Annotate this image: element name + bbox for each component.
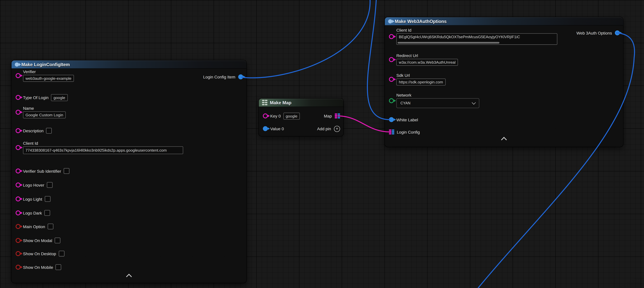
show-on-desktop-checkbox[interactable] — [59, 251, 64, 256]
map-output-label: Map — [324, 114, 332, 118]
key-0-input[interactable]: google — [283, 112, 300, 119]
type-of-login-pin[interactable] — [16, 95, 20, 100]
node-header[interactable]: Make Web3AuthOptions — [385, 17, 623, 26]
main-option-label: Main Option — [23, 224, 45, 229]
logo-dark-input[interactable] — [44, 210, 50, 216]
logo-hover-pin[interactable] — [16, 182, 20, 187]
pin-row-white-label: White Label — [385, 116, 418, 123]
logo-dark-label: Logo Dark — [23, 211, 42, 215]
output-row-web3auth-options: Web 3Auth Options — [576, 30, 623, 36]
description-label: Description — [23, 129, 44, 133]
client-id-pin[interactable] — [389, 34, 394, 39]
verifier-sub-identifier-pin[interactable] — [16, 169, 20, 174]
white-label-label: White Label — [396, 117, 418, 122]
key-0-pin[interactable] — [263, 113, 268, 118]
show-on-mobile-label: Show On Mobile — [23, 265, 53, 269]
output-row-map: Map — [324, 113, 343, 119]
pin-row-login-config: Login Config — [385, 128, 420, 136]
show-on-desktop-label: Show On Desktop — [23, 251, 56, 256]
chevron-up-icon — [501, 137, 507, 143]
collapse-node-button[interactable] — [127, 274, 131, 279]
add-pin-button[interactable]: + — [334, 126, 340, 132]
node-make-web3auth-options[interactable]: Make Web3AuthOptions Web 3Auth Options C… — [385, 17, 623, 147]
show-on-mobile-checkbox[interactable] — [56, 264, 61, 270]
main-option-pin[interactable] — [16, 224, 20, 229]
pin-row-sdk-url: Sdk Url https://sdk.openlogin.com — [385, 73, 446, 86]
pin-row-name: Name Google Custom Login — [12, 106, 66, 118]
show-on-mobile-pin[interactable] — [16, 265, 20, 270]
web3auth-options-output-label: Web 3Auth Options — [576, 31, 612, 35]
node-title: Make Map — [270, 100, 292, 105]
pin-row-main-option: Main Option — [12, 223, 53, 230]
node-make-login-config-item[interactable]: Make LoginConfigItem Login Config Item V… — [12, 61, 246, 283]
output-row-login-config-item: Login Config Item — [203, 74, 246, 80]
horizontal-scrollbar[interactable] — [398, 42, 500, 44]
white-label-pin[interactable] — [389, 117, 394, 122]
name-label: Name — [23, 106, 66, 111]
verifier-sub-identifier-label: Verifier Sub Identifier — [23, 169, 61, 173]
sdk-url-input[interactable]: https://sdk.openlogin.com — [396, 78, 446, 86]
web3auth-options-output-pin[interactable] — [615, 31, 620, 36]
node-header[interactable]: Make Map — [259, 99, 343, 107]
node-header[interactable]: Make LoginConfigItem — [12, 61, 246, 69]
logo-light-pin[interactable] — [16, 196, 20, 201]
client-id-label: Client Id — [23, 141, 183, 145]
pin-row-type-of-login: Type Of Login google — [12, 94, 68, 101]
output-label: Login Config Item — [203, 75, 235, 79]
value-0-pin[interactable] — [263, 126, 268, 131]
login-config-item-output-pin[interactable] — [238, 74, 243, 79]
logo-hover-label: Logo Hover — [23, 183, 44, 187]
network-pin[interactable] — [389, 98, 394, 103]
wire-map-to-login-config — [338, 116, 390, 132]
type-of-login-label: Type Of Login — [23, 95, 48, 100]
show-on-desktop-pin[interactable] — [16, 251, 20, 256]
pin-row-network: Network CYAN — [385, 93, 479, 108]
pin-row-verifier-sub-identifier: Verifier Sub Identifier — [12, 167, 70, 175]
blueprint-graph-canvas[interactable]: Make LoginConfigItem Login Config Item V… — [0, 0, 644, 288]
chevron-down-icon — [472, 101, 476, 105]
client-id-label: Client Id — [396, 28, 557, 33]
pin-row-client-id: Client Id 774338308167-q463s7kpvja16l4l0… — [12, 141, 183, 154]
pin-row-logo-dark: Logo Dark — [12, 209, 50, 217]
show-on-modal-pin[interactable] — [16, 238, 20, 243]
show-on-modal-checkbox[interactable] — [55, 237, 60, 243]
client-id-value: BEglQSgt4cUWcj6SKRdu5QkOXTsePmMcusG5EAoy… — [399, 35, 520, 39]
node-title: Make LoginConfigItem — [21, 62, 70, 67]
logo-hover-input[interactable] — [47, 182, 52, 188]
key-0-label: Key 0 — [270, 114, 281, 118]
pin-row-logo-light: Logo Light — [12, 195, 50, 203]
verifier-label: Verifier — [23, 70, 74, 74]
map-output-pin[interactable] — [335, 113, 340, 119]
name-pin[interactable] — [16, 110, 20, 115]
network-dropdown[interactable]: CYAN — [396, 98, 479, 108]
logo-dark-pin[interactable] — [16, 210, 20, 215]
add-pin-label: Add pin — [317, 126, 331, 131]
client-id-pin[interactable] — [16, 145, 20, 150]
pin-row-show-on-desktop: Show On Desktop — [12, 250, 64, 257]
type-of-login-input[interactable]: google — [51, 94, 68, 101]
logo-light-input[interactable] — [44, 196, 50, 202]
make-struct-icon — [388, 19, 392, 23]
client-id-input[interactable]: 774338308167-q463s7kpvja16l4l0kko3nb925i… — [23, 146, 183, 154]
verifier-pin[interactable] — [16, 73, 20, 78]
blueprint-editor: Make LoginConfigItem Login Config Item V… — [0, 0, 644, 288]
description-input[interactable] — [46, 128, 52, 134]
pin-row-key-0: Key 0 google — [259, 112, 300, 120]
description-pin[interactable] — [16, 128, 20, 133]
pin-row-logo-hover: Logo Hover — [12, 181, 52, 189]
collapse-node-button[interactable] — [502, 138, 506, 142]
name-input[interactable]: Google Custom Login — [23, 111, 66, 118]
verifier-input[interactable]: web3auth-google-example — [23, 75, 74, 82]
main-option-checkbox[interactable] — [48, 224, 53, 229]
sdk-url-label: Sdk Url — [396, 73, 446, 78]
pin-row-show-on-mobile: Show On Mobile — [12, 263, 62, 271]
login-config-pin[interactable] — [389, 129, 394, 135]
pin-row-value-0: Value 0 — [259, 125, 284, 132]
node-title: Make Web3AuthOptions — [395, 19, 446, 24]
redirect-url-input[interactable]: w3a://com.w3a.Web3AuthUnreal — [396, 59, 458, 66]
redirect-url-pin[interactable] — [389, 57, 394, 62]
verifier-sub-identifier-input[interactable] — [64, 168, 69, 174]
node-make-map[interactable]: Make Map Key 0 google Map Value 0 Add pi… — [259, 99, 343, 136]
sdk-url-pin[interactable] — [389, 77, 394, 82]
client-id-input[interactable]: BEglQSgt4cUWcj6SKRdu5QkOXTsePmMcusG5EAoy… — [396, 33, 557, 45]
